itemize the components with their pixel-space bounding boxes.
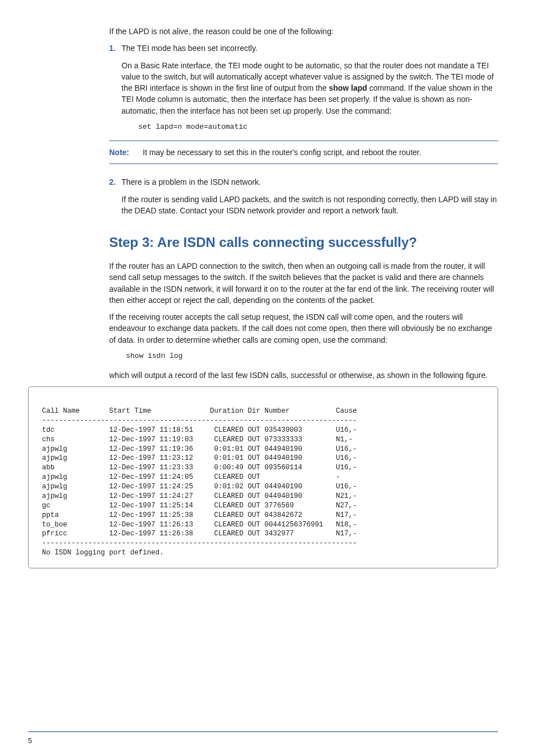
- footer-rule: [28, 731, 498, 732]
- cmd-bold: show lapd: [329, 83, 367, 92]
- code-block: set lapd=n mode=automatic: [138, 122, 498, 133]
- page-number: 5: [28, 736, 32, 745]
- code-italic: n: [177, 123, 182, 131]
- list-number: 1.: [109, 43, 121, 54]
- note-block: Note: It may be necessary to set this in…: [109, 141, 498, 164]
- code-pre: set lapd=: [138, 123, 177, 131]
- note-text: It may be necessary to set this in the r…: [143, 147, 498, 158]
- list-title: The TEI mode has been set incorrectly.: [121, 43, 498, 54]
- list-body: On a Basic Rate interface, the TEI mode …: [121, 60, 498, 116]
- list-title: There is a problem in the ISDN network.: [121, 176, 498, 188]
- step-heading: Step 3: Are ISDN calls connecting succes…: [109, 233, 498, 253]
- intro-paragraph: If the LAPD is not alive, the reason cou…: [109, 26, 498, 37]
- code-block: show isdn log: [126, 351, 498, 362]
- isdn-log-box: Call Name Start Time Duration Dir Number…: [28, 386, 498, 568]
- paragraph: If the router has an LAPD connection to …: [109, 260, 498, 306]
- list-item-1: 1. The TEI mode has been set incorrectly…: [109, 43, 498, 133]
- paragraph: which will output a record of the last f…: [109, 370, 498, 381]
- list-body: If the router is sending valid LAPD pack…: [121, 194, 498, 217]
- paragraph: If the receiving router accepts the call…: [109, 311, 498, 346]
- code-post: mode=automatic: [182, 123, 247, 131]
- list-number: 2.: [109, 176, 121, 188]
- note-label: Note:: [109, 147, 143, 158]
- list-item-2: 2. There is a problem in the ISDN networ…: [109, 176, 498, 216]
